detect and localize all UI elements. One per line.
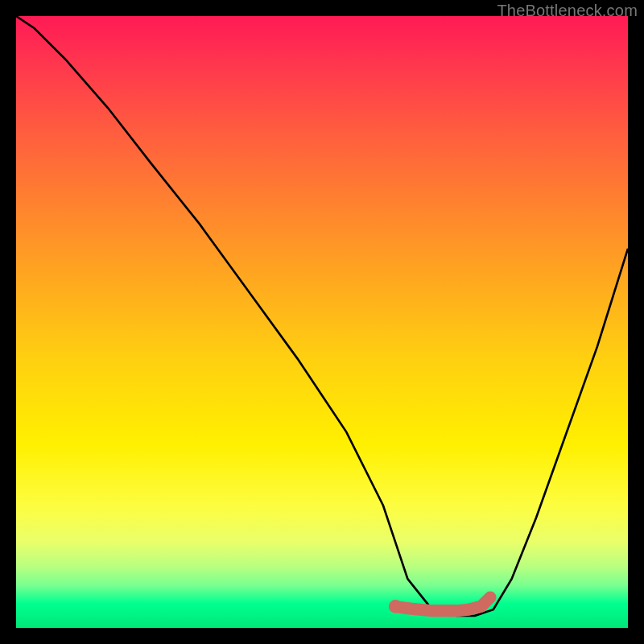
watermark-text: TheBottleneck.com (497, 2, 638, 20)
optimal-start-dot-icon (389, 600, 402, 613)
optimal-range-marker (395, 597, 490, 611)
chart-svg (16, 16, 628, 628)
chart-frame: TheBottleneck.com (0, 0, 644, 644)
plot-area (16, 16, 628, 628)
bottleneck-curve (16, 16, 628, 616)
